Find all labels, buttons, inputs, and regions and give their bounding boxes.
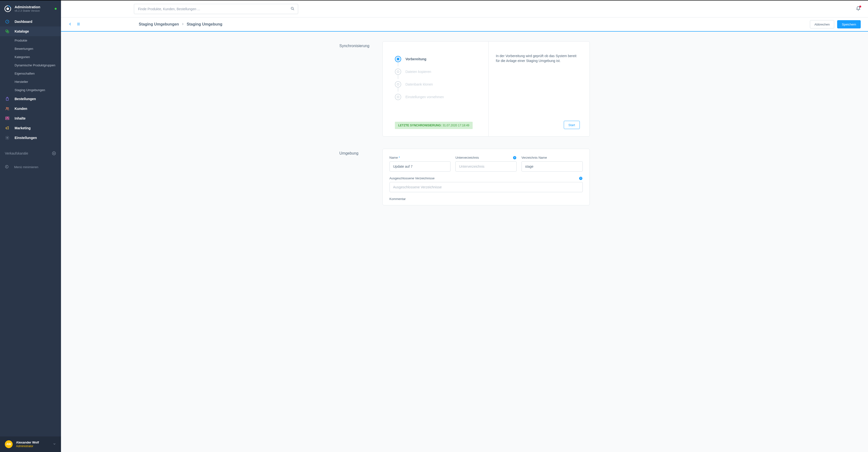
nav-kataloge[interactable]: Kataloge	[0, 27, 61, 36]
section-umgebung: Umgebung Name * Unterverzeichnis ?	[339, 149, 590, 205]
chevron-right-icon	[181, 22, 184, 27]
orders-icon	[5, 96, 10, 101]
svg-rect-9	[7, 117, 9, 118]
user-name: Alexander Wolf	[16, 441, 39, 445]
breadcrumb-current: Staging Umgebung	[187, 22, 222, 27]
subdir-input[interactable]	[455, 161, 517, 172]
nav-label: Marketing	[14, 126, 31, 130]
topbar	[61, 0, 868, 18]
marketing-icon	[5, 126, 10, 130]
nav-label: Kunden	[14, 107, 27, 111]
nav-inhalte[interactable]: Inhalte	[0, 114, 61, 123]
excluded-label: Ausgeschlossene Verzeichnisse	[390, 176, 583, 180]
svg-point-7	[8, 108, 9, 109]
subdir-label: Unterverzeichnis	[455, 156, 517, 159]
dashboard-icon	[5, 19, 10, 24]
nav-bestellungen[interactable]: Bestellungen	[0, 94, 61, 104]
section-title: Synchronisierung	[339, 41, 375, 137]
sub-produkte[interactable]: Produkte	[0, 36, 61, 44]
nav-label: Inhalte	[14, 116, 26, 120]
help-icon[interactable]: ?	[513, 156, 517, 160]
step-label: Dateien kopieren	[406, 66, 431, 77]
notification-badge	[859, 6, 861, 7]
last-sync-badge: LETZTE SYNCHRONISIERUNG: 31.07.2020 17:1…	[395, 122, 473, 129]
search-icon[interactable]	[290, 6, 295, 11]
nav-marketing[interactable]: Marketing	[0, 123, 61, 133]
nav-label: Kataloge	[14, 29, 29, 33]
breadcrumb: Staging Umgebungen Staging Umgebung	[139, 22, 222, 27]
notifications[interactable]	[856, 6, 861, 12]
main: Staging Umgebungen Staging Umgebung Abbr…	[61, 0, 868, 452]
nav-einstellungen[interactable]: Einstellungen	[0, 133, 61, 143]
nav: Dashboard Kataloge Produkte Bewertungen …	[0, 17, 61, 436]
last-sync-value: 31.07.2020 17:18:49	[442, 124, 469, 127]
nav-kunden[interactable]: Kunden	[0, 104, 61, 114]
start-button[interactable]: Start	[564, 121, 580, 129]
collapse-icon	[5, 165, 9, 169]
comment-label: Kommentar	[390, 197, 583, 201]
help-icon[interactable]: ?	[579, 176, 583, 180]
svg-point-13	[5, 165, 8, 168]
excluded-input[interactable]	[390, 182, 583, 192]
svg-rect-5	[6, 98, 8, 100]
step-label: Vorbereitung	[406, 54, 427, 64]
sync-description: In der Vorbereitung wird geprüft ob das …	[496, 54, 580, 63]
plus-icon[interactable]	[52, 151, 56, 155]
svg-text:?: ?	[580, 177, 582, 180]
page-header: Staging Umgebungen Staging Umgebung Abbr…	[61, 18, 868, 32]
field-name: Name *	[390, 156, 451, 172]
menu-minimize[interactable]: Menü minimieren	[0, 162, 61, 172]
sub-hersteller[interactable]: Hersteller	[0, 78, 61, 86]
cancel-button[interactable]: Abbrechen	[810, 20, 834, 28]
section-sync: Synchronisierung Vorbereitung	[339, 41, 590, 137]
save-button[interactable]: Speichern	[837, 20, 861, 28]
breadcrumb-parent[interactable]: Staging Umgebungen	[139, 22, 179, 27]
sync-card: Vorbereitung Dateien kopieren Datenbank …	[382, 41, 590, 137]
search	[134, 4, 298, 14]
svg-rect-8	[6, 117, 7, 118]
sub-kategorien[interactable]: Kategorien	[0, 53, 61, 61]
status-indicator	[55, 8, 57, 10]
last-sync-label: LETZTE SYNCHRONISIERUNG:	[398, 124, 442, 127]
content-icon	[5, 116, 10, 121]
customers-icon	[5, 106, 10, 111]
back-button[interactable]	[68, 22, 72, 27]
dirname-input[interactable]	[522, 161, 583, 172]
step-dateien: Dateien kopieren	[395, 66, 479, 77]
field-kommentar: Kommentar	[390, 197, 583, 203]
sales-channel-label: Verkaufskanäle	[5, 151, 28, 155]
catalog-icon	[5, 29, 10, 34]
search-input[interactable]	[134, 4, 298, 14]
gear-icon	[5, 135, 10, 140]
sub-dynamische-produktgruppen[interactable]: Dynamische Produktgruppen	[0, 61, 61, 69]
field-ausgeschlossene: Ausgeschlossene Verzeichnisse ?	[390, 176, 583, 192]
dirname-label: Verzeichnis Name	[522, 156, 583, 159]
svg-point-1	[6, 7, 9, 10]
sales-channel[interactable]: Verkaufskanäle	[0, 149, 61, 158]
name-input[interactable]	[390, 161, 451, 172]
avatar: AW	[5, 440, 13, 448]
svg-text:?: ?	[514, 156, 516, 159]
nav-dashboard[interactable]: Dashboard	[0, 17, 61, 27]
nav-label: Einstellungen	[14, 136, 37, 140]
svg-point-11	[7, 137, 8, 139]
user-panel[interactable]: AW Alexander Wolf Administrator	[0, 436, 61, 452]
nav-label: Bestellungen	[14, 97, 36, 101]
step-einstellungen: Einstellungen vornehmen	[395, 92, 479, 102]
sub-bewertungen[interactable]: Bewertungen	[0, 44, 61, 53]
field-verzeichnis-name: Verzeichnis Name	[522, 156, 583, 172]
list-icon[interactable]	[76, 22, 81, 27]
field-unterverzeichnis: Unterverzeichnis ?	[455, 156, 517, 172]
nav-label: Dashboard	[14, 20, 32, 24]
app-title: Administration	[14, 5, 53, 9]
sub-eigenschaften[interactable]: Eigenschaften	[0, 69, 61, 78]
sub-staging-umgebungen[interactable]: Staging Umgebungen	[0, 86, 61, 94]
step-vorbereitung: Vorbereitung	[395, 54, 479, 64]
svg-point-14	[291, 7, 293, 9]
section-title: Umgebung	[339, 149, 375, 205]
name-label: Name *	[390, 156, 451, 159]
step-label: Datenbank klonen	[406, 79, 433, 90]
logo-icon	[4, 5, 11, 12]
content: Synchronisierung Vorbereitung	[61, 32, 868, 452]
svg-point-6	[6, 108, 7, 109]
